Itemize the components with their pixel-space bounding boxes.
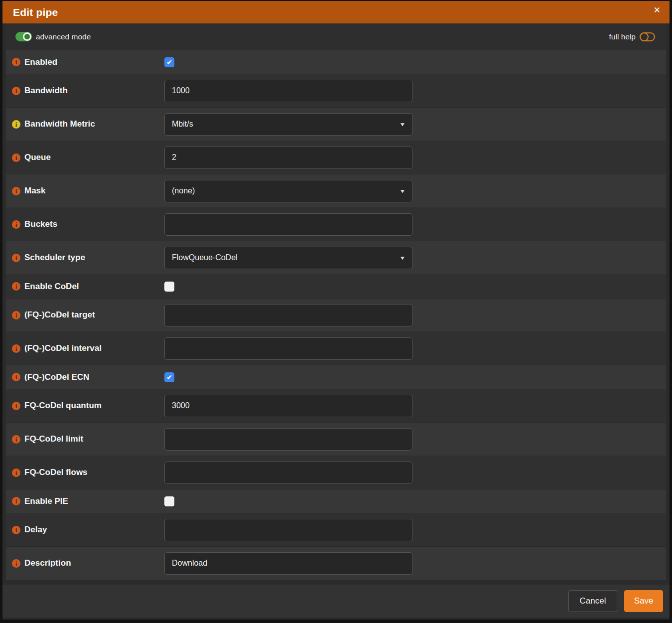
form-row-bandwidth-metric: i Bandwidth Metric Mbit/s▼ bbox=[6, 108, 666, 141]
info-icon[interactable]: i bbox=[12, 87, 20, 95]
form-row-fq-codel-interval: i (FQ-)CoDel interval bbox=[6, 332, 666, 365]
field-label: Enable CoDel bbox=[24, 282, 79, 292]
edit-pipe-dialog: Edit pipe ✕ advanced mode full help i En… bbox=[2, 1, 670, 620]
field-label: Bandwidth Metric bbox=[24, 119, 95, 129]
select-value: (none) bbox=[172, 186, 195, 195]
field-label: (FQ-)CoDel target bbox=[24, 310, 95, 320]
field-label: Mask bbox=[24, 186, 46, 196]
info-icon[interactable]: i bbox=[12, 120, 20, 129]
form-row-queue: i Queue bbox=[6, 141, 666, 174]
full-help-toggle-icon[interactable] bbox=[640, 32, 655, 41]
enable-pie-checkbox[interactable]: ✔ bbox=[164, 496, 174, 506]
enable-codel-checkbox[interactable]: ✔ bbox=[164, 282, 174, 292]
field-label: FQ-CoDel flows bbox=[24, 467, 88, 477]
form-row-buckets: i Buckets bbox=[6, 208, 666, 241]
info-icon[interactable]: i bbox=[12, 526, 20, 534]
advanced-mode-toggle-icon[interactable] bbox=[15, 32, 32, 41]
full-help-label: full help bbox=[609, 32, 636, 41]
queue-input[interactable] bbox=[164, 147, 412, 169]
info-icon[interactable]: i bbox=[12, 282, 20, 291]
form-row-enable-pie: i Enable PIE ✔ bbox=[6, 489, 666, 513]
info-icon[interactable]: i bbox=[12, 254, 20, 262]
form-row-delay: i Delay bbox=[6, 513, 666, 547]
field-label: FQ-CoDel limit bbox=[24, 434, 83, 444]
close-icon[interactable]: ✕ bbox=[654, 6, 661, 14]
bandwidth-input[interactable] bbox=[164, 80, 412, 102]
advanced-mode-label: advanced mode bbox=[36, 32, 91, 41]
fq-codel-flows-input[interactable] bbox=[164, 462, 412, 484]
field-label: Bandwidth bbox=[24, 86, 68, 96]
fq-codel-interval-input[interactable] bbox=[164, 337, 412, 360]
field-label: (FQ-)CoDel ECN bbox=[24, 372, 89, 382]
check-icon: ✔ bbox=[166, 59, 172, 66]
info-icon[interactable]: i bbox=[12, 344, 20, 353]
chevron-down-icon: ▼ bbox=[400, 122, 406, 127]
info-icon[interactable]: i bbox=[12, 311, 20, 319]
field-label: Buckets bbox=[24, 219, 57, 229]
chevron-down-icon: ▼ bbox=[400, 188, 406, 194]
form-row-description: i Description bbox=[6, 547, 666, 580]
form-rows: i Enabled ✔ i Bandwidth i Bandwidth Metr… bbox=[6, 50, 666, 580]
field-label: Queue bbox=[24, 153, 51, 162]
select-value: Mbit/s bbox=[172, 120, 193, 129]
check-icon: ✔ bbox=[166, 374, 172, 381]
info-icon[interactable]: i bbox=[12, 497, 20, 505]
form-row-enable-codel: i Enable CoDel ✔ bbox=[6, 275, 666, 299]
field-label: Enable PIE bbox=[24, 496, 68, 506]
bandwidth-metric-select[interactable]: Mbit/s▼ bbox=[164, 113, 412, 136]
dialog-toolbar: advanced mode full help bbox=[6, 23, 666, 50]
fq-codel-target-input[interactable] bbox=[164, 304, 412, 326]
fq-codel-limit-input[interactable] bbox=[164, 428, 412, 451]
fq-codel-ecn-checkbox[interactable]: ✔ bbox=[164, 372, 174, 382]
delay-input[interactable] bbox=[164, 519, 412, 541]
form-row-fq-codel-target: i (FQ-)CoDel target bbox=[6, 299, 666, 332]
form-row-bandwidth: i Bandwidth bbox=[6, 74, 666, 108]
mask-select[interactable]: (none)▼ bbox=[164, 180, 412, 202]
description-input[interactable] bbox=[164, 552, 412, 575]
field-label: Delay bbox=[24, 525, 47, 535]
field-label: FQ-CoDel quantum bbox=[24, 401, 102, 411]
chevron-down-icon: ▼ bbox=[400, 255, 406, 261]
info-icon[interactable]: i bbox=[12, 402, 20, 410]
info-icon[interactable]: i bbox=[12, 187, 20, 195]
select-value: FlowQueue-CoDel bbox=[172, 253, 238, 262]
scheduler-type-select[interactable]: FlowQueue-CoDel▼ bbox=[164, 247, 412, 269]
form-row-scheduler-type: i Scheduler type FlowQueue-CoDel▼ bbox=[6, 241, 666, 275]
form-row-fq-codel-quantum: i FQ-CoDel quantum bbox=[6, 389, 666, 423]
field-label: Description bbox=[24, 558, 71, 568]
save-button[interactable]: Save bbox=[624, 590, 663, 612]
dialog-titlebar: Edit pipe ✕ bbox=[2, 1, 670, 23]
cancel-button[interactable]: Cancel bbox=[568, 590, 617, 612]
info-icon[interactable]: i bbox=[12, 220, 20, 229]
fq-codel-quantum-input[interactable] bbox=[164, 395, 412, 417]
field-label: (FQ-)CoDel interval bbox=[24, 343, 102, 353]
info-icon[interactable]: i bbox=[12, 154, 20, 162]
form-row-fq-codel-flows: i FQ-CoDel flows bbox=[6, 456, 666, 489]
dialog-footer: Cancel Save bbox=[2, 585, 670, 618]
dialog-title: Edit pipe bbox=[13, 6, 58, 18]
form-row-fq-codel-limit: i FQ-CoDel limit bbox=[6, 423, 666, 456]
field-label: Scheduler type bbox=[24, 253, 85, 263]
info-icon[interactable]: i bbox=[12, 468, 20, 477]
form-row-fq-codel-ecn: i (FQ-)CoDel ECN ✔ bbox=[6, 365, 666, 389]
form-row-enabled: i Enabled ✔ bbox=[6, 50, 666, 74]
enabled-checkbox[interactable]: ✔ bbox=[164, 57, 174, 67]
info-icon[interactable]: i bbox=[12, 435, 20, 444]
info-icon[interactable]: i bbox=[12, 58, 20, 66]
info-icon[interactable]: i bbox=[12, 559, 20, 568]
form-row-mask: i Mask (none)▼ bbox=[6, 174, 666, 208]
info-icon[interactable]: i bbox=[12, 373, 20, 381]
buckets-input[interactable] bbox=[164, 213, 412, 236]
field-label: Enabled bbox=[24, 57, 57, 67]
